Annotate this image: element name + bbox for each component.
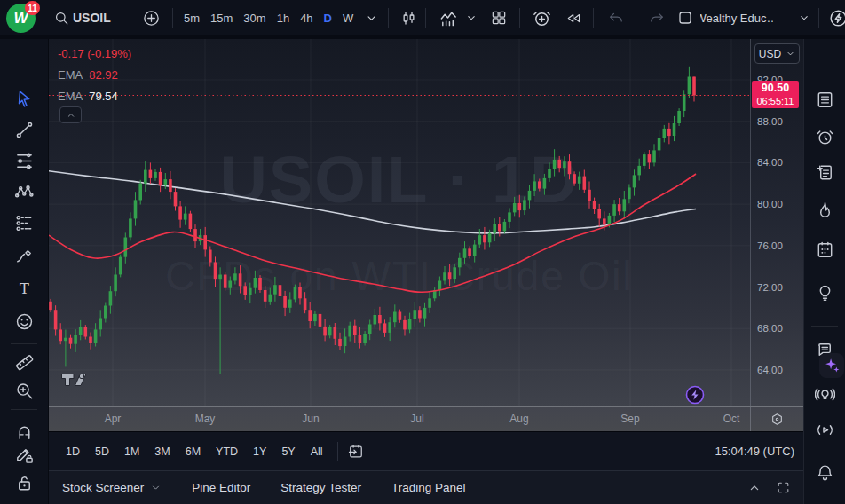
fullscreen-icon[interactable]	[776, 480, 791, 495]
widget-calendar-icon[interactable]	[809, 234, 840, 264]
tool-cursor-icon[interactable]	[9, 83, 39, 114]
price-tick: 80.00	[757, 199, 783, 209]
ema-slow-value: 79.54	[89, 90, 118, 103]
tradingview-logo[interactable]	[59, 369, 91, 390]
bar-replay-icon[interactable]	[561, 0, 586, 35]
panel-collapse-icon[interactable]	[747, 481, 762, 495]
tool-lock-icon[interactable]	[9, 468, 39, 498]
month-label-jul[interactable]: Jul	[410, 413, 423, 425]
range-buttons: 1D5D1M3M6MYTD1Y5YAll	[60, 443, 333, 461]
chevron-down-icon	[150, 482, 162, 493]
tool-forecast-icon[interactable]	[9, 208, 39, 238]
server-clock[interactable]: 15:04:49 (UTC)	[715, 445, 803, 458]
ai-assistant-sparkle-icon[interactable]	[819, 353, 844, 378]
bar-countdown: 06:55:11	[752, 95, 799, 107]
tool-fib-retracement-icon[interactable]	[9, 146, 39, 176]
search-icon[interactable]	[50, 0, 73, 35]
tool-text-icon[interactable]: T	[9, 273, 39, 303]
divider	[818, 8, 819, 28]
divider	[11, 409, 37, 410]
flash-trade-icon[interactable]	[684, 384, 706, 406]
layout-save-checkbox[interactable]	[675, 0, 696, 35]
symbol-search-button[interactable]: USOIL	[73, 0, 111, 35]
time-axis[interactable]: AprMayJunJulAugSepOct	[49, 406, 803, 431]
layout-name[interactable]: Wealthy Educ…	[700, 0, 773, 35]
tab-strategy-tester[interactable]: Strategy Tester	[280, 481, 361, 494]
legend-collapse-button[interactable]	[59, 106, 82, 123]
range-5y[interactable]: 5Y	[276, 443, 300, 461]
range-6m[interactable]: 6M	[180, 443, 206, 461]
range-ytd[interactable]: YTD	[210, 443, 243, 461]
tool-zoom-in-icon[interactable]	[9, 375, 39, 406]
widget-toolbar	[803, 39, 845, 504]
timeframe-4h[interactable]: 4h	[296, 10, 317, 27]
redo-icon[interactable]	[644, 0, 669, 35]
range-5d[interactable]: 5D	[90, 443, 115, 461]
create-alert-icon[interactable]	[528, 0, 555, 35]
indicators-icon[interactable]	[435, 0, 462, 35]
tab-trading-panel[interactable]: Trading Panel	[391, 481, 466, 494]
layout-chevron-down-icon[interactable]	[795, 0, 813, 35]
widget-alerts-icon[interactable]	[809, 122, 840, 152]
go-to-date-icon[interactable]	[347, 443, 365, 461]
month-label-aug[interactable]: Aug	[509, 413, 528, 425]
timeframe-D[interactable]: D	[320, 10, 336, 27]
tool-drawing-pencil-lock-icon[interactable]	[9, 439, 39, 469]
timeframe-1h[interactable]: 1h	[272, 10, 294, 27]
range-1m[interactable]: 1M	[119, 443, 145, 461]
divider	[811, 326, 838, 327]
quick-action-icon[interactable]	[825, 0, 845, 35]
price-change[interactable]: -0.17 (-0.19%)	[58, 47, 131, 60]
divider	[519, 8, 520, 28]
currency-dropdown[interactable]: USD	[754, 43, 800, 64]
range-1d[interactable]: 1D	[60, 443, 85, 461]
undo-icon[interactable]	[604, 0, 628, 35]
widget-hotlists-icon[interactable]	[809, 194, 840, 224]
timeframe-5m[interactable]: 5m	[179, 10, 204, 27]
widget-ideas-icon[interactable]	[809, 277, 840, 307]
ema-slow-row[interactable]: EMA79.54	[58, 85, 131, 106]
price-axis[interactable]: USD 92.0088.0084.0080.0076.0072.0068.006…	[750, 39, 803, 406]
price-tick: 64.00	[757, 365, 783, 375]
last-price: 90.50	[752, 82, 799, 95]
layout-grid-icon[interactable]	[486, 0, 511, 35]
ema-fast-row[interactable]: EMA82.92	[58, 64, 131, 85]
indicators-chevron-down-icon[interactable]	[463, 0, 479, 35]
tool-pattern-xabcd-icon[interactable]	[9, 177, 39, 207]
widget-journal-icon[interactable]	[809, 157, 840, 187]
range-all[interactable]: All	[305, 443, 328, 461]
tab-pine-editor[interactable]: Pine Editor	[192, 481, 250, 494]
drawing-toolbar: T	[0, 39, 49, 504]
widget-watchlist-icon[interactable]	[809, 84, 840, 114]
month-label-apr[interactable]: Apr	[105, 413, 122, 425]
candlestick-chart[interactable]	[49, 39, 750, 406]
range-3m[interactable]: 3M	[149, 443, 175, 461]
timeframe-chevron-down-icon[interactable]	[362, 0, 380, 35]
price-tick: 72.00	[757, 282, 783, 293]
month-label-oct[interactable]: Oct	[723, 413, 740, 425]
widget-live-ideas-icon[interactable]	[809, 379, 840, 409]
chart-style-candles-icon[interactable]	[396, 0, 421, 35]
divider	[337, 442, 338, 461]
tool-trend-line-icon[interactable]	[9, 114, 39, 145]
timeframe-15m[interactable]: 15m	[206, 10, 237, 27]
svg-text:T: T	[20, 280, 29, 296]
widget-streams-icon[interactable]	[809, 414, 840, 445]
price-tick: 68.00	[757, 323, 783, 334]
timeframe-30m[interactable]: 30m	[239, 10, 270, 27]
month-label-may[interactable]: May	[195, 413, 216, 425]
currency-label: USD	[759, 48, 781, 60]
month-label-jun[interactable]: Jun	[302, 413, 319, 425]
tool-ruler-icon[interactable]	[9, 347, 39, 377]
widget-notifications-icon[interactable]	[809, 457, 840, 487]
divider	[593, 8, 594, 28]
month-label-sep[interactable]: Sep	[620, 413, 639, 425]
range-1y[interactable]: 1Y	[248, 443, 272, 461]
chart-pane[interactable]: USOIL · 1D CFDs on WTI Crude Oil -0.17 (…	[49, 39, 750, 406]
add-symbol-icon[interactable]	[138, 0, 164, 35]
tool-emoji-icon[interactable]	[9, 306, 39, 336]
timeframe-W[interactable]: W	[338, 10, 358, 27]
tab-stock-screener[interactable]: Stock Screener	[62, 481, 162, 494]
scale-settings-icon[interactable]	[750, 407, 803, 431]
tool-brush-icon[interactable]	[9, 240, 39, 270]
